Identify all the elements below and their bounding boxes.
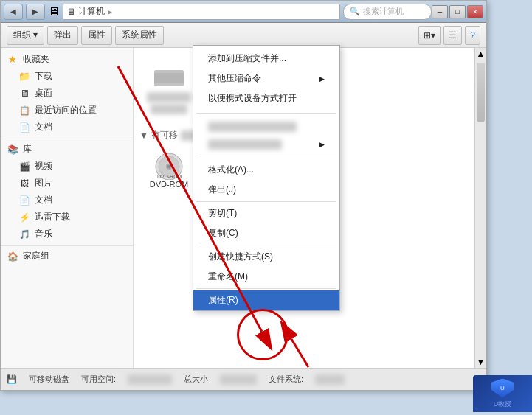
- menu-item-rename[interactable]: 重命名(M): [193, 267, 339, 287]
- computer-nav-icon: 🖥: [66, 7, 75, 17]
- watermark: U U教授: [473, 375, 532, 412]
- watermark-shield: U: [491, 379, 514, 398]
- minimize-button[interactable]: ─: [432, 5, 448, 18]
- context-menu: 添加到压缩文件并... 其他压缩命令 ▶ 以便携式设备方式打开 ▶ 格式化(A)…: [193, 45, 340, 311]
- eject-button[interactable]: 弹出: [47, 26, 78, 45]
- menu-item-eject[interactable]: 弹出(J): [193, 180, 339, 200]
- menu-separator-3: [196, 201, 336, 202]
- dvd-label: DVD-ROM: [150, 180, 189, 189]
- vertical-scrollbar[interactable]: ▲ ▼: [474, 48, 486, 368]
- sidebar-item-docs2[interactable]: 📄 文档: [1, 192, 133, 209]
- system-properties-button[interactable]: 系统属性: [115, 26, 164, 45]
- submenu-arrow-1: ▶: [319, 75, 325, 83]
- folder-icon: 📁: [18, 71, 30, 83]
- filesystem-value: [315, 374, 345, 385]
- menu-blurred-group: ▶: [193, 115, 339, 156]
- drive-info-1: [151, 104, 187, 114]
- docs-icon: 📄: [18, 122, 30, 133]
- address-bar[interactable]: 🖥 计算机 ▸: [63, 4, 340, 20]
- sidebar-libraries-section: 📚 库 🎬 视频 🖼 图片 📄 文档 ⚡ 迅雷下载: [1, 141, 133, 243]
- menu-item-portable[interactable]: 以便携式设备方式打开: [193, 88, 339, 108]
- sidebar-item-downloads[interactable]: 📁 下载: [1, 68, 133, 85]
- sidebar-favorites-section: ★ 收藏夹 📁 下载 🖥 桌面 📋 最近访问的位置 📄 文档: [1, 51, 133, 136]
- svg-rect-1: [154, 73, 184, 83]
- forward-button[interactable]: ▶: [26, 4, 45, 20]
- homegroup-icon: 🏠: [7, 251, 18, 262]
- video-icon: 🎬: [18, 161, 30, 172]
- address-arrow: ▸: [108, 7, 112, 17]
- sidebar-item-videos[interactable]: 🎬 视频: [1, 158, 133, 175]
- menu-item-cut[interactable]: 剪切(T): [193, 203, 339, 223]
- status-drive-icon: 💾: [7, 374, 17, 384]
- submenu-arrow-2: ▶: [319, 141, 325, 148]
- sidebar-item-pictures[interactable]: 🖼 图片: [1, 175, 133, 192]
- main-window: ◀ ▶ 🖥 🖥 计算机 ▸ 🔍 搜索计算机 ─ □ ✕ 组织 ▾ 弹出 属性 系…: [0, 0, 487, 391]
- help-button[interactable]: ?: [465, 26, 480, 45]
- docs2-icon: 📄: [18, 195, 30, 206]
- search-icon: 🔍: [350, 7, 360, 16]
- title-controls: ─ □ ✕: [432, 5, 483, 18]
- picture-icon: 🖼: [18, 178, 30, 189]
- menu-item-shortcut[interactable]: 创建快捷方式(S): [193, 247, 339, 267]
- menu-item-blurred-2[interactable]: ▶: [193, 136, 339, 153]
- scroll-up-button[interactable]: ▲: [475, 48, 486, 60]
- menu-separator-5: [196, 288, 336, 289]
- sidebar-homegroup[interactable]: 🏠 家庭组: [1, 248, 133, 265]
- menu-separator-2: [196, 158, 336, 158]
- svg-text:DVD-ROM: DVD-ROM: [157, 174, 182, 179]
- free-space-value: [128, 374, 172, 385]
- title-bar-left: ◀ ▶ 🖥 🖥 计算机 ▸ 🔍 搜索计算机: [4, 4, 432, 20]
- maximize-button[interactable]: □: [449, 5, 466, 18]
- library-icon: 📚: [7, 144, 18, 156]
- menu-item-properties[interactable]: 属性(R): [193, 290, 339, 310]
- sidebar-item-recent[interactable]: 📋 最近访问的位置: [1, 102, 133, 119]
- section-arrow: ▼: [139, 130, 148, 141]
- menu-item-blurred-1[interactable]: [193, 118, 339, 136]
- sidebar-favorites-header[interactable]: ★ 收藏夹: [1, 51, 133, 68]
- details-button[interactable]: ☰: [443, 26, 462, 45]
- organize-button[interactable]: 组织 ▾: [7, 26, 44, 45]
- search-bar[interactable]: 🔍 搜索计算机: [343, 4, 432, 20]
- menu-group-1: 添加到压缩文件并... 其他压缩命令 ▶ 以便携式设备方式打开: [193, 46, 339, 111]
- sidebar-libraries-header[interactable]: 📚 库: [1, 141, 133, 158]
- view-toggle-button[interactable]: ⊞▾: [418, 26, 441, 45]
- drive-label-1: [147, 92, 191, 102]
- dvd-icon: DVD-ROM: [151, 150, 187, 180]
- drive-item-1[interactable]: [139, 60, 198, 117]
- properties-button[interactable]: 属性: [81, 26, 112, 45]
- close-button[interactable]: ✕: [467, 5, 483, 18]
- menu-item-format[interactable]: 格式化(A)...: [193, 160, 339, 180]
- menu-item-other-compress[interactable]: 其他压缩命令 ▶: [193, 69, 339, 88]
- sidebar-item-desktop[interactable]: 🖥 桌面: [1, 85, 133, 102]
- desktop-icon: 🖥: [18, 88, 30, 100]
- back-button[interactable]: ◀: [4, 4, 23, 20]
- title-bar: ◀ ▶ 🖥 🖥 计算机 ▸ 🔍 搜索计算机 ─ □ ✕: [1, 1, 486, 23]
- svg-point-9: [167, 165, 170, 168]
- dvd-drive[interactable]: DVD-ROM DVD-ROM: [139, 147, 198, 194]
- sidebar-item-thunder[interactable]: ⚡ 迅雷下载: [1, 209, 133, 226]
- computer-icon: 🖥: [48, 5, 60, 18]
- sidebar-item-docs[interactable]: 📄 文档: [1, 119, 133, 136]
- sidebar: ★ 收藏夹 📁 下载 🖥 桌面 📋 最近访问的位置 📄 文档: [1, 48, 134, 368]
- blur-label-2: [208, 139, 282, 150]
- toolbar: 组织 ▾ 弹出 属性 系统属性 ⊞▾ ☰ ?: [1, 23, 486, 48]
- menu-item-add-archive[interactable]: 添加到压缩文件并...: [193, 49, 339, 69]
- scroll-down-button[interactable]: ▼: [475, 356, 486, 368]
- thunder-icon: ⚡: [18, 212, 30, 223]
- scrollbar-thumb[interactable]: [477, 63, 485, 122]
- recent-icon: 📋: [18, 105, 30, 116]
- status-bar: 💾 可移动磁盘 可用空间: 总大小 文件系统:: [1, 368, 486, 390]
- star-icon: ★: [7, 54, 18, 66]
- music-icon: 🎵: [18, 229, 30, 240]
- menu-item-copy[interactable]: 复制(C): [193, 223, 339, 243]
- menu-separator-1: [196, 113, 336, 114]
- blur-label-1: [208, 122, 297, 132]
- menu-separator-4: [196, 245, 336, 245]
- drive-icon-1: [151, 63, 187, 92]
- sidebar-item-music[interactable]: 🎵 音乐: [1, 226, 133, 243]
- total-size-value: [220, 374, 257, 385]
